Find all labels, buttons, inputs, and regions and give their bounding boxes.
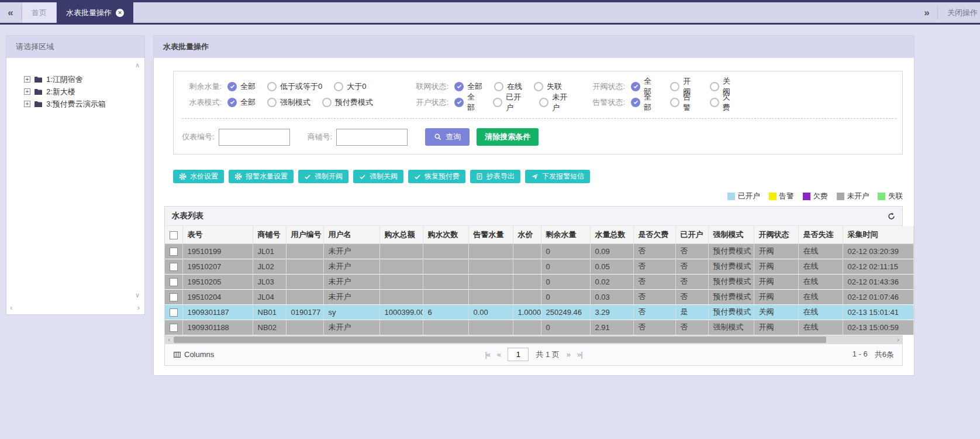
radio-option[interactable]: 在线 <box>494 81 522 92</box>
action-button-label: 报警水量设置 <box>246 172 288 181</box>
legend-label: 已开户 <box>738 191 760 201</box>
action-button[interactable]: 强制开阀 <box>298 170 348 183</box>
prev-page-icon[interactable]: « <box>497 350 501 359</box>
meter-no-input[interactable] <box>219 129 290 146</box>
first-page-icon[interactable]: |« <box>485 350 490 359</box>
action-button[interactable]: 水价设置 <box>173 170 224 183</box>
table-cell <box>513 259 541 274</box>
radio-option[interactable]: 预付费模式 <box>322 97 373 108</box>
action-button[interactable]: 报警水量设置 <box>229 170 294 183</box>
tree-item[interactable]: +3:预付费云演示箱 <box>24 98 144 110</box>
clear-search-button[interactable]: 清除搜索条件 <box>477 128 539 146</box>
select-all-checkbox[interactable] <box>170 231 178 239</box>
action-button-label: 强制开阀 <box>315 172 343 181</box>
radio-option[interactable]: 告警 <box>670 92 698 113</box>
radio-option[interactable]: 全部 <box>454 81 482 92</box>
query-button-label: 查询 <box>446 132 461 142</box>
scrollbar-left-icon[interactable]: ‹ <box>165 336 173 344</box>
table-cell: 19510204 <box>182 289 253 304</box>
tab-home[interactable]: 首页 <box>22 2 57 23</box>
scroll-tabs-right-icon[interactable]: » <box>916 2 937 23</box>
scrollbar-thumb[interactable] <box>174 337 826 343</box>
close-tab-icon[interactable]: ✕ <box>116 9 124 17</box>
gear-icon <box>179 173 187 180</box>
filter-group-label: 剩余水量: <box>182 81 222 92</box>
page-number-input[interactable] <box>508 348 529 361</box>
table-cell <box>513 274 541 289</box>
radio-option[interactable]: 全部 <box>454 92 481 113</box>
table-cell: 02-12 01:07:46 <box>843 289 913 304</box>
table-cell: 1909301187 <box>182 304 253 320</box>
tree-scroll-down-icon[interactable]: ∨ <box>135 291 140 299</box>
table-cell: JL01 <box>253 243 286 259</box>
area-tree-panel: 请选择区域 +1:江阴宿舍+2:新大楼+3:预付费云演示箱 ∧ ∨ ‹ › <box>6 35 145 315</box>
table-cell: 250249.46 <box>541 304 590 320</box>
table-cell: 未开户 <box>323 320 379 335</box>
radio-option[interactable]: 全部 <box>227 81 256 92</box>
scroll-tabs-left-icon[interactable]: « <box>0 2 21 23</box>
action-button[interactable]: 强制关阀 <box>353 170 403 183</box>
radio-option[interactable]: 强制模式 <box>267 97 310 108</box>
next-page-icon[interactable]: » <box>567 350 570 359</box>
radio-option[interactable]: 欠费 <box>710 92 737 113</box>
row-checkbox[interactable] <box>170 278 178 286</box>
table-row[interactable]: 19510207JL02未开户00.05否否预付费模式开阀在线02-12 02:… <box>165 259 913 274</box>
scrollbar-right-icon[interactable]: › <box>894 336 902 344</box>
radio-option[interactable]: 未开户 <box>539 92 574 113</box>
expand-icon[interactable]: + <box>24 76 30 83</box>
radio-option[interactable]: 大于0 <box>334 81 366 92</box>
column-header: 水价 <box>513 226 541 243</box>
table-cell: 3.29 <box>590 304 633 320</box>
tree-scroll-left-icon[interactable]: ‹ <box>10 303 12 312</box>
radio-unchecked-icon <box>493 98 502 107</box>
tree-item[interactable]: +1:江阴宿舍 <box>24 73 144 85</box>
radio-option[interactable]: 全部 <box>227 97 256 108</box>
row-checkbox[interactable] <box>170 308 178 317</box>
radio-option[interactable]: 失联 <box>534 81 562 92</box>
column-header: 告警水量 <box>468 226 513 243</box>
radio-option[interactable]: 低于或等于0 <box>267 81 322 92</box>
table-cell: 开阀 <box>754 259 798 274</box>
table-cell: sy <box>323 304 379 320</box>
column-header: 用户名 <box>323 226 379 243</box>
action-button[interactable]: 抄表导出 <box>470 170 520 183</box>
action-button-label: 强制关阀 <box>370 172 398 181</box>
radio-option[interactable]: 已开户 <box>493 92 527 113</box>
radio-option-label: 全部 <box>644 92 658 113</box>
radio-unchecked-icon <box>539 98 548 107</box>
tree-scroll-up-icon[interactable]: ∧ <box>135 61 140 69</box>
legend-item: 未开户 <box>837 191 869 201</box>
table-row[interactable]: 19510199JL01未开户00.09否否预付费模式开阀在线02-12 03:… <box>165 243 913 259</box>
action-button[interactable]: 下发报警短信 <box>525 170 590 183</box>
table-row[interactable]: 1909301188NB02未开户02.91否否强制模式开阀在线02-13 15… <box>165 320 913 335</box>
action-button[interactable]: 恢复预付费 <box>408 170 465 183</box>
horizontal-scrollbar[interactable]: ‹ › <box>165 335 902 344</box>
tree-item[interactable]: +2:新大楼 <box>24 85 144 98</box>
close-operation-button[interactable]: 关闭操作 <box>938 2 980 23</box>
row-checkbox[interactable] <box>170 263 178 271</box>
query-button[interactable]: 查询 <box>425 128 470 146</box>
expand-icon[interactable]: + <box>24 88 30 95</box>
legend-color-swatch <box>837 193 844 200</box>
radio-checked-icon <box>227 98 237 107</box>
table-row[interactable]: 1909301187NB010190177sy1000399.0060.001.… <box>165 304 913 320</box>
refresh-icon[interactable] <box>888 212 895 220</box>
page-content: 请选择区域 +1:江阴宿舍+2:新大楼+3:预付费云演示箱 ∧ ∨ ‹ › 水表… <box>0 25 980 376</box>
record-count: 1 - 6 共6条 <box>853 349 894 360</box>
table-row[interactable]: 19510205JL03未开户00.02否否预付费模式开阀在线02-12 01:… <box>165 274 913 289</box>
columns-button[interactable]: Columns <box>173 350 214 359</box>
row-checkbox[interactable] <box>170 293 178 301</box>
tree-scroll-right-icon[interactable]: › <box>137 303 140 312</box>
table-cell: 未开户 <box>323 259 379 274</box>
table-row[interactable]: 19510204JL04未开户00.03否否预付费模式开阀在线02-12 01:… <box>165 289 913 304</box>
expand-icon[interactable]: + <box>24 101 30 107</box>
table-cell: 1000399.00 <box>379 304 423 320</box>
tab-water-meter-batch[interactable]: 水表批量操作 ✕ <box>57 2 133 23</box>
row-checkbox[interactable] <box>170 248 178 256</box>
table-cell: 否 <box>633 243 675 259</box>
radio-option[interactable]: 全部 <box>631 92 658 113</box>
last-page-icon[interactable]: »| <box>577 350 582 359</box>
legend-color-swatch <box>769 193 777 200</box>
shop-no-input[interactable] <box>336 129 408 146</box>
row-checkbox[interactable] <box>170 324 178 332</box>
